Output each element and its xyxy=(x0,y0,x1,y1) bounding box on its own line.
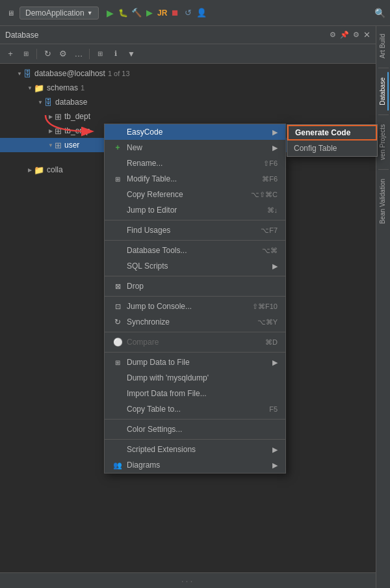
run2-button[interactable]: ▶ xyxy=(144,8,155,18)
ctx-easycode-label: EasyCode xyxy=(127,127,270,137)
ctx-jump-console-label: Jump to Console... xyxy=(127,302,252,311)
context-menu: EasyCode ▶ Generate Code Config Table + … xyxy=(104,124,286,474)
tree-database[interactable]: ▼ 🗄 database xyxy=(0,95,376,109)
debug-button[interactable]: 🐛 xyxy=(118,8,129,18)
schemas-arrow[interactable]: ▼ xyxy=(26,85,34,91)
easycode-submenu-arrow: ▶ xyxy=(272,128,278,137)
ctx-dump-mysql-label: Dump with 'mysqldump' xyxy=(127,373,278,382)
root-expand-arrow[interactable]: ▼ xyxy=(16,71,23,77)
ctx-db-tools-label: Database Tools... xyxy=(127,246,262,255)
user-icon: ⊞ xyxy=(55,140,62,150)
ctx-copy-table-label: Copy Table to... xyxy=(127,405,269,414)
root-db-icon: 🗄 xyxy=(23,69,32,79)
app-selector[interactable]: DemoApplication ▼ xyxy=(20,7,99,20)
user-arrow[interactable]: ▼ xyxy=(47,142,55,148)
tree-root[interactable]: ▼ 🗄 database@localhost 1 of 13 xyxy=(0,66,376,81)
app-name-label: DemoApplication xyxy=(25,8,84,18)
ctx-sep-1 xyxy=(105,220,285,220)
ctx-sep-3 xyxy=(105,276,285,276)
ctx-find-usages[interactable]: Find Usages ⌥F7 xyxy=(105,222,285,238)
java-button[interactable]: JR xyxy=(157,8,168,18)
sidebar-item-database[interactable]: Database xyxy=(378,72,389,111)
panel-settings-icon[interactable]: ⚙ xyxy=(330,31,336,39)
ctx-rename[interactable]: Rename... ⇧F6 xyxy=(105,155,285,171)
tree-schemas[interactable]: ▼ 📁 schemas 1 xyxy=(0,81,376,95)
copy-table-icon xyxy=(112,404,123,414)
ctx-drop[interactable]: ⊠ Drop xyxy=(105,278,285,294)
panel-pin-icon[interactable]: 📌 xyxy=(340,31,349,39)
ctx-dump-file[interactable]: ⊞ Dump Data to File ▶ xyxy=(105,354,285,370)
ctx-synchronize[interactable]: ↻ Synchronize ⌥⌘Y xyxy=(105,314,285,330)
ctx-copy-ref[interactable]: Copy Reference ⌥⇧⌘C xyxy=(105,187,285,202)
panel-close-icon[interactable]: ✕ xyxy=(363,30,370,40)
top-toolbar: 🖥 DemoApplication ▼ ▶ 🐛 🔨 ▶ JR ⏹ ↺ 👤 🔍 xyxy=(0,0,390,26)
ctx-jump-console[interactable]: ⊡ Jump to Console... ⇧⌘F10 xyxy=(105,299,285,314)
compare-icon: ⚪ xyxy=(112,337,123,347)
ctx-scripted-ext[interactable]: Scripted Extensions ▶ xyxy=(105,442,285,457)
ctx-import-data[interactable]: Import Data from File... xyxy=(105,386,285,401)
submenu-config-table[interactable]: Config Table xyxy=(287,140,377,156)
rerun-button[interactable]: ↺ xyxy=(183,8,194,18)
panel-gear-icon[interactable]: ⚙ xyxy=(353,31,359,39)
database-icon: 🗄 xyxy=(44,98,53,107)
jump-console-shortcut: ⇧⌘F10 xyxy=(252,302,278,311)
root-label: database@localhost xyxy=(34,69,105,78)
side-tab-divider-1 xyxy=(378,68,389,68)
modify-shortcut: ⌘F6 xyxy=(262,175,278,183)
add-button[interactable]: + xyxy=(4,47,17,60)
refresh-button[interactable]: ↻ xyxy=(41,47,54,60)
new-submenu-arrow: ▶ xyxy=(272,144,278,152)
easycode-icon xyxy=(112,127,123,137)
filter-button[interactable]: ▼ xyxy=(125,47,138,60)
new-icon: + xyxy=(112,142,123,153)
submenu-generate-code[interactable]: Generate Code xyxy=(287,125,377,140)
ctx-dump-mysql[interactable]: Dump with 'mysqldump' xyxy=(105,370,285,386)
ctx-find-usages-label: Find Usages xyxy=(127,226,261,235)
ctx-easycode[interactable]: EasyCode ▶ Generate Code Config Table xyxy=(105,124,285,140)
search-button[interactable]: 🔍 xyxy=(374,8,385,18)
ctx-compare[interactable]: ⚪ Compare ⌘D xyxy=(105,334,285,350)
db-toolbar: + ⊞ ↻ ⚙ … ⊞ ℹ ▼ xyxy=(0,44,376,64)
app-icon: 🖥 xyxy=(5,8,16,18)
props-button[interactable]: ℹ xyxy=(109,47,122,60)
stop-button[interactable]: ⏹ xyxy=(170,8,181,18)
sidebar-item-bean-validation[interactable]: Bean Validation xyxy=(378,174,389,229)
bottom-bar: ··· xyxy=(0,572,376,588)
ctx-sep-6 xyxy=(105,352,285,353)
settings-button[interactable]: ⚙ xyxy=(57,47,70,60)
ctx-new[interactable]: + New ▶ xyxy=(105,140,285,155)
ctx-modify[interactable]: ⊞ Modify Table... ⌘F6 xyxy=(105,171,285,187)
ctx-jump-editor[interactable]: Jump to Editor ⌘↓ xyxy=(105,202,285,218)
side-tab-divider-3 xyxy=(378,169,389,170)
db-tools-icon xyxy=(112,245,123,256)
scripted-ext-icon xyxy=(112,444,123,455)
ctx-diagrams[interactable]: 👥 Diagrams ▶ xyxy=(105,457,285,473)
jump-console-icon: ⊡ xyxy=(112,301,123,312)
ctx-color-settings-label: Color Settings... xyxy=(127,425,278,434)
table-icon-btn[interactable]: ⊞ xyxy=(20,47,32,60)
ctx-synchronize-label: Synchronize xyxy=(127,317,257,327)
database-arrow[interactable]: ▼ xyxy=(36,100,44,105)
ctx-sep-7 xyxy=(105,419,285,420)
ctx-sep-4 xyxy=(105,296,285,297)
profile-button[interactable]: 👤 xyxy=(196,8,207,18)
toolbar-separator-2 xyxy=(89,49,90,59)
compare-shortcut: ⌘D xyxy=(265,338,278,347)
ctx-color-settings[interactable]: Color Settings... xyxy=(105,421,285,437)
collapsed-arrow[interactable]: ▶ xyxy=(26,167,34,173)
color-settings-icon xyxy=(112,424,123,434)
ctx-sql-scripts[interactable]: SQL Scripts ▶ xyxy=(105,258,285,274)
ctx-modify-label: Modify Table... xyxy=(127,174,262,183)
ctx-db-tools[interactable]: Database Tools... ⌥⌘ xyxy=(105,243,285,258)
toolbar-separator-1 xyxy=(36,49,37,59)
diagrams-icon: 👥 xyxy=(112,460,123,470)
new-table-button[interactable]: ⊞ xyxy=(94,47,107,60)
more-button[interactable]: … xyxy=(72,47,85,60)
run-button[interactable]: ▶ xyxy=(105,8,116,18)
bottom-dots: ··· xyxy=(181,576,195,586)
ctx-copy-table[interactable]: Copy Table to... F5 xyxy=(105,401,285,417)
build-button[interactable]: 🔨 xyxy=(131,8,142,18)
modify-icon: ⊞ xyxy=(112,174,123,184)
sidebar-item-art-build[interactable]: Art Build xyxy=(378,29,389,64)
sidebar-item-ven-projects[interactable]: ven Projects xyxy=(378,119,389,165)
